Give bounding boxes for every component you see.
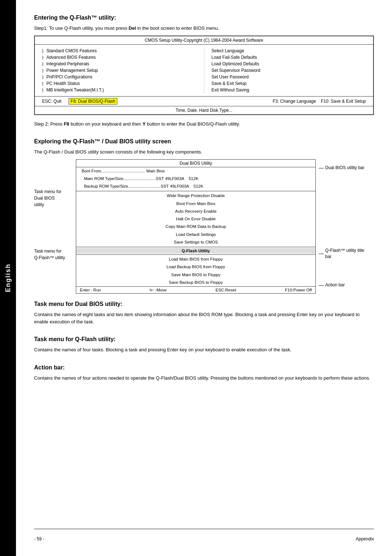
section2-desc: The Q-Flash / Dual BIOS utility screen c…	[34, 148, 374, 156]
arrow-icon: }	[42, 81, 44, 86]
step2-bold-y: Y	[142, 121, 146, 127]
bios-right-menu: Select Language Load Fail-Safe Defaults …	[204, 48, 373, 93]
section5-heading: Action bar:	[34, 364, 374, 371]
arrow-icon: }	[42, 75, 44, 79]
bios-right-userpass: Set User Password	[212, 74, 366, 80]
bios-item-label: Advanced BIOS Features	[46, 55, 96, 60]
dual-bios-diagram-wrapper: Task menu for Dual BIOS utility Task men…	[34, 159, 374, 294]
db-copy-main: Copy Main ROM Data to Backup	[76, 223, 315, 230]
db-load-default: Load Default Settings	[76, 231, 315, 238]
section-entering-qflash: Entering the Q-Flash™ utility: Step1: To…	[34, 15, 374, 131]
left-labels: Task menu for Dual BIOS utility Task men…	[34, 159, 74, 294]
action-enter: Enter : Run	[80, 288, 101, 292]
action-esc: ESC:Reset	[216, 288, 236, 292]
bios-footer: ESC: Quit F8: Dual BIOS/Q-Flash F3: Chan…	[35, 96, 373, 106]
bios-item-standard: } Standard CMOS Features	[42, 48, 197, 54]
bios-f3: F3: Change Language	[273, 99, 316, 104]
bios-item-power: } Power Management Setup	[42, 67, 197, 74]
db-boot-from2: Boot From Main Bios	[76, 200, 315, 208]
bios-item-pnp: } PnP/PCI Configurations	[42, 74, 197, 80]
db-backup-rom: Backup ROM Type/Size....................…	[76, 183, 315, 190]
bios-item-label: Integrated Peripherals	[46, 61, 89, 66]
bios-title-bar: CMOS Setup Utility-Copyright (C) 1984-20…	[35, 36, 373, 45]
db-wide-range: Wide Range Protection Disable	[76, 192, 315, 200]
footer-appendix: Appendix	[356, 536, 374, 541]
bios-item-health: } PC Health Status	[42, 80, 197, 87]
dual-bios-screen-wrapper: Dual BIOS Utility Boot From.............…	[76, 159, 316, 294]
footer-page-number: - 59 -	[34, 536, 44, 541]
bios-item-label: MB Intelligent Tweaker(M.I.T.)	[46, 87, 104, 93]
bios-item-label: Power Management Setup	[46, 68, 98, 73]
bios-item-label: PC Health Status	[46, 81, 80, 86]
db-auto-recovery: Auto Recovery Enable	[76, 208, 315, 215]
bios-item-integrated: } Integrated Peripherals	[42, 61, 197, 67]
bios-item-label: PnP/PCI Configurations	[46, 74, 93, 79]
page-footer: - 59 - Appendix	[34, 529, 374, 541]
section-exploring: Exploring the Q-Flash™ / Dual BIOS utili…	[34, 138, 374, 294]
section-action-bar: Action bar: Contains the names of four a…	[34, 364, 374, 385]
db-sep1	[76, 191, 315, 191]
bios-item-advanced: } Advanced BIOS Features	[42, 54, 197, 61]
section-qflash-task: Task menu for Q-Flash utility: Contains …	[34, 336, 374, 357]
db-action-bar: Enter : Run h↑ :Move ESC:Reset F10:Power…	[76, 286, 315, 293]
arrow-icon: }	[42, 68, 44, 73]
section1-step2: Step 2: Press F8 button on your keyboard…	[34, 120, 374, 128]
action-move: h↑ :Move	[150, 288, 167, 292]
bios-screen: CMOS Setup Utility-Copyright (C) 1984-20…	[34, 36, 374, 115]
arrow-right-icon: —	[319, 250, 324, 257]
db-boot-from: Boot From...............................…	[76, 167, 315, 175]
section1-step1: Step1: To use Q-Flash utility, you must …	[34, 25, 374, 32]
arrow-icon: }	[42, 49, 44, 53]
arrow-icon: }	[42, 55, 44, 60]
section3-heading: Task menu for Dual BIOS utility:	[34, 301, 374, 307]
main-content: Entering the Q-Flash™ utility: Step1: To…	[16, 0, 392, 556]
bios-body: } Standard CMOS Features } Advanced BIOS…	[35, 45, 373, 96]
step1-bold: Del	[128, 25, 136, 31]
db-save-settings: Save Settings to CMOS	[76, 238, 315, 246]
bios-right-optimized: Load Optimized Defaults	[212, 61, 366, 67]
db-save-backup: Save Backup BIOS to Floppy	[76, 279, 315, 286]
db-load-main: Load Main BIOS from Floppy	[76, 255, 315, 263]
bios-f8-highlight: F8: Dual BIOS/Q-Flash	[69, 98, 117, 105]
db-sep3	[76, 254, 315, 255]
bios-item-mb: } MB Intelligent Tweaker(M.I.T.)	[42, 87, 197, 93]
right-label-action-bar: — Action bar	[319, 282, 374, 289]
db-main-rom: Main ROM Type/Size......................…	[76, 175, 315, 183]
section4-desc: Contains the names of four tasks. Blocki…	[34, 346, 374, 353]
arrow-right-icon: —	[319, 282, 324, 289]
dual-bios-screen: Dual BIOS Utility Boot From.............…	[76, 159, 316, 294]
right-label-qflash-title: — Q-Flash™ utility title bar	[319, 248, 374, 260]
db-sep2	[76, 247, 315, 247]
bios-right-supervisor: Set Supervisor Password	[212, 67, 366, 74]
db-save-main: Save Main BIOS to Floppy	[76, 271, 315, 279]
bios-footer-left: ESC: Quit F8: Dual BIOS/Q-Flash	[42, 98, 117, 105]
db-qflash-title: Q-Flash Utility	[76, 248, 315, 254]
arrow-icon: }	[42, 62, 44, 66]
section-dual-bios-task: Task menu for Dual BIOS utility: Contain…	[34, 301, 374, 329]
section3-desc: Contains the names of eight tasks and tw…	[34, 311, 374, 325]
bios-right-select: Select Language	[212, 48, 366, 54]
bios-footer-right: F3: Change Language F10: Save & Exit Set…	[273, 99, 366, 104]
arrow-icon: }	[42, 88, 44, 92]
right-label-dual-bar: — Dual BIOS utility bar	[319, 164, 374, 172]
step2-bold-f8: F8	[64, 121, 69, 127]
right-labels: — Dual BIOS utility bar — Q-Flash™ utili…	[316, 159, 374, 294]
action-power: F10:Power Off	[285, 288, 312, 292]
bios-item-label: Standard CMOS Features	[46, 48, 97, 53]
section2-heading: Exploring the Q-Flash™ / Dual BIOS utili…	[34, 138, 374, 145]
sidebar-label: English	[4, 263, 12, 292]
bios-right-save: Save & Exit Setup	[212, 80, 366, 87]
db-title-bar: Dual BIOS Utility	[76, 160, 315, 167]
section5-desc: Contains the names of four actions neede…	[34, 375, 374, 382]
section1-heading: Entering the Q-Flash™ utility:	[34, 15, 374, 21]
bios-esc-quit: ESC: Quit	[42, 99, 61, 104]
bios-right-failsafe: Load Fail-Safe Defaults	[212, 54, 366, 61]
bios-bottom-bar: Time, Date, Hard Disk Type...	[35, 106, 373, 114]
bios-right-exit: Exit Without Saving	[212, 87, 366, 93]
db-halt-on-error: Halt On Error Disable	[76, 215, 315, 223]
bios-left-menu: } Standard CMOS Features } Advanced BIOS…	[35, 48, 204, 93]
task-dual-label: Task menu for Dual BIOS utility	[34, 188, 72, 208]
task-qflash-label: Task menu for Q-Flash™ utility	[34, 248, 72, 261]
bios-f10: F10: Save & Exit Setup	[321, 99, 366, 104]
sidebar: English	[0, 0, 16, 556]
